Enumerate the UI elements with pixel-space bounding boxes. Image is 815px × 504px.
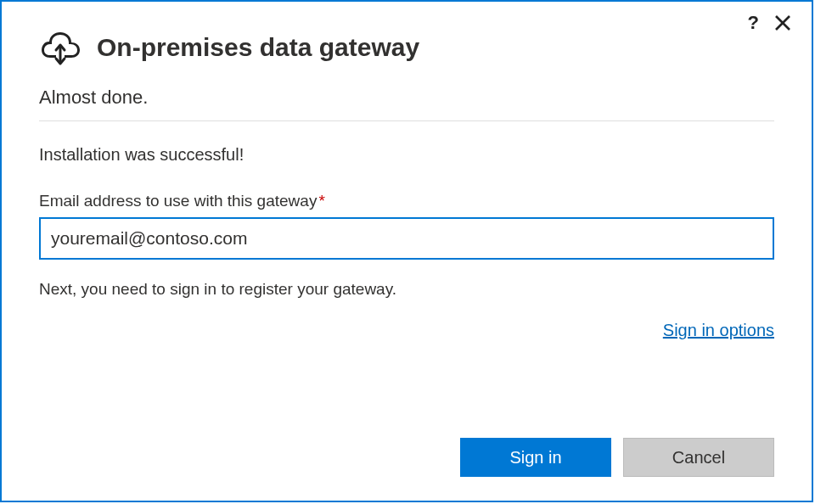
divider [39, 120, 774, 121]
app-title: On-premises data gateway [97, 33, 419, 62]
help-icon[interactable]: ? [748, 12, 759, 34]
signin-options-row: Sign in options [39, 321, 774, 340]
required-indicator: * [318, 192, 324, 210]
email-label: Email address to use with this gateway* [39, 192, 774, 210]
email-field[interactable] [39, 217, 774, 260]
titlebar-controls: ? [748, 12, 791, 34]
signin-button[interactable]: Sign in [460, 438, 611, 477]
signin-info: Next, you need to sign in to register yo… [39, 280, 774, 299]
email-label-text: Email address to use with this gateway [39, 192, 317, 210]
subtitle: Almost done. [39, 87, 774, 109]
cloud-icon [39, 29, 82, 66]
header-row: On-premises data gateway [39, 29, 774, 66]
install-status: Installation was successful! [39, 145, 774, 165]
button-row: Sign in Cancel [460, 438, 774, 477]
close-icon[interactable] [774, 14, 791, 31]
signin-options-link[interactable]: Sign in options [663, 321, 774, 339]
cancel-button[interactable]: Cancel [623, 438, 774, 477]
gateway-dialog: ? On-premises data gateway Almost done. … [0, 0, 813, 502]
dialog-content: On-premises data gateway Almost done. In… [2, 2, 812, 340]
